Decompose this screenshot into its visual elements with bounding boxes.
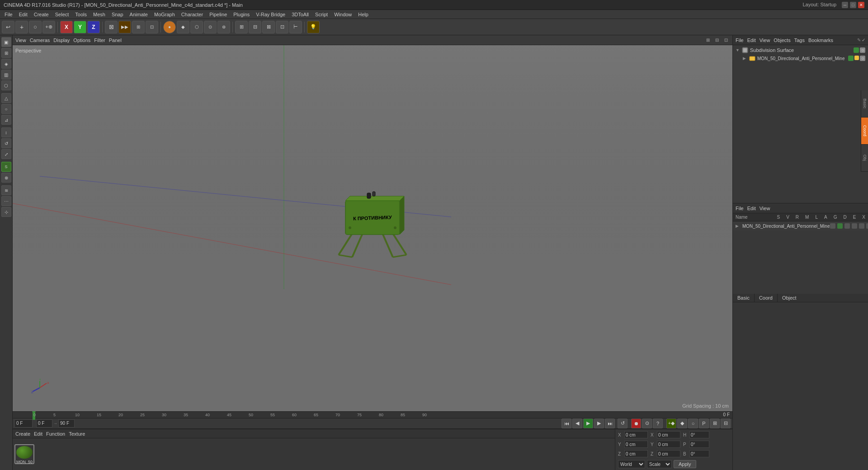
left-tool-11[interactable]: ⤢ bbox=[1, 149, 11, 159]
right-tab-object[interactable]: Obj bbox=[861, 145, 868, 172]
menu-edit[interactable]: Edit bbox=[16, 11, 30, 18]
play-btn[interactable]: ▶ bbox=[583, 418, 593, 428]
coord-h-input[interactable] bbox=[689, 431, 709, 438]
mat-menu-texture[interactable]: Texture bbox=[69, 431, 85, 437]
render-to-btn[interactable]: ⊡ bbox=[146, 21, 158, 33]
left-tool-5[interactable]: ⬡ bbox=[1, 80, 11, 90]
vp-menu-options[interactable]: Options bbox=[73, 38, 90, 43]
vp-icon-3[interactable]: ⊡ bbox=[722, 37, 730, 44]
obj-row-subdivision[interactable]: ▼ Subdivision Surface ⊙ bbox=[734, 46, 867, 54]
menu-3dtoall[interactable]: 3DToAll bbox=[289, 11, 311, 18]
coord-z-input[interactable] bbox=[624, 450, 648, 457]
record-options-btn[interactable]: ⊙ bbox=[642, 418, 652, 428]
menu-animate[interactable]: Animate bbox=[127, 11, 151, 18]
om-menu-file[interactable]: File bbox=[736, 38, 744, 43]
mode5-btn[interactable]: ⊛ bbox=[217, 21, 230, 33]
z-axis-btn[interactable]: Z bbox=[87, 21, 100, 33]
left-tool-14[interactable]: ≋ bbox=[1, 185, 11, 195]
coord-sz-input[interactable] bbox=[657, 450, 680, 457]
vp-menu-display[interactable]: Display bbox=[53, 38, 70, 43]
coord-b-input[interactable] bbox=[689, 450, 709, 457]
menu-file[interactable]: File bbox=[2, 11, 15, 18]
mode4-btn[interactable]: ⊙ bbox=[204, 21, 217, 33]
snap4-btn[interactable]: ⊡ bbox=[276, 21, 288, 33]
om-icon-2[interactable]: ✓ bbox=[862, 38, 865, 42]
coord-sy-input[interactable] bbox=[657, 441, 680, 448]
attr-tab-coord[interactable]: Coord bbox=[755, 294, 778, 302]
vp-menu-view[interactable]: View bbox=[15, 38, 26, 43]
key-delete-btn[interactable]: ◆ bbox=[677, 418, 687, 428]
goto-end-btn[interactable]: ⏭ bbox=[605, 418, 615, 428]
attr-menu-view[interactable]: View bbox=[760, 206, 770, 211]
menu-pipeline[interactable]: Pipeline bbox=[207, 11, 230, 18]
key-add-btn[interactable]: +◆ bbox=[666, 418, 676, 428]
render-btn[interactable]: ▶▶ bbox=[118, 21, 131, 33]
attr-menu-edit[interactable]: Edit bbox=[747, 206, 756, 211]
attr-menu-file[interactable]: File bbox=[736, 206, 744, 211]
right-tab-basic[interactable]: Basic bbox=[861, 90, 868, 118]
left-tool-10[interactable]: ↺ bbox=[1, 138, 11, 148]
right-tab-active[interactable]: Coord bbox=[861, 118, 868, 145]
mat-menu-create[interactable]: Create bbox=[15, 431, 30, 437]
save-btn[interactable]: +⊕ bbox=[42, 21, 55, 33]
timeline-expand-btn[interactable]: ⊟ bbox=[721, 418, 731, 428]
left-tool-6[interactable]: △ bbox=[1, 93, 11, 103]
om-icon-1[interactable]: ✎ bbox=[857, 38, 861, 42]
snap3-btn[interactable]: ⊠ bbox=[262, 21, 275, 33]
attribute-row[interactable]: ▶ MON_50_Directional_Anti_Personnel_Mine bbox=[733, 221, 868, 230]
scale-select[interactable]: Scale Size bbox=[647, 460, 672, 468]
y-axis-btn[interactable]: Y bbox=[74, 21, 86, 33]
left-tool-13[interactable]: ⊗ bbox=[1, 173, 11, 183]
viewport-canvas[interactable]: Perspective bbox=[13, 45, 732, 411]
mat-menu-function[interactable]: Function bbox=[46, 431, 65, 437]
om-menu-objects[interactable]: Objects bbox=[774, 38, 790, 43]
mat-menu-edit[interactable]: Edit bbox=[34, 431, 42, 437]
attr-tab-basic[interactable]: Basic bbox=[733, 294, 755, 302]
undo-btn[interactable]: ↩ bbox=[2, 21, 14, 33]
lock-btn[interactable]: ⊠ bbox=[105, 21, 118, 33]
left-tool-15[interactable]: ⋯ bbox=[1, 196, 11, 206]
world-select[interactable]: World Object bbox=[618, 460, 645, 468]
menu-tools[interactable]: Tools bbox=[72, 11, 90, 18]
om-menu-view[interactable]: View bbox=[760, 38, 770, 43]
left-tool-7[interactable]: ○ bbox=[1, 104, 11, 114]
key-P-btn[interactable]: P bbox=[699, 418, 709, 428]
menu-character[interactable]: Character bbox=[179, 11, 206, 18]
key-grid-btn[interactable]: ⊞ bbox=[710, 418, 720, 428]
vp-menu-panel[interactable]: Panel bbox=[109, 38, 122, 43]
menu-create[interactable]: Create bbox=[31, 11, 52, 18]
coord-p-input[interactable] bbox=[689, 441, 709, 448]
vp-menu-filter[interactable]: Filter bbox=[94, 38, 105, 43]
close-button[interactable]: ✕ bbox=[858, 2, 864, 8]
material-swatch-0[interactable]: MON_50 bbox=[14, 444, 34, 464]
om-menu-edit[interactable]: Edit bbox=[747, 38, 756, 43]
apply-button[interactable]: Apply bbox=[674, 460, 696, 468]
left-tool-16[interactable]: ⊹ bbox=[1, 207, 11, 217]
x-axis-btn[interactable]: X bbox=[60, 21, 73, 33]
left-tool-1[interactable]: ▣ bbox=[1, 37, 11, 47]
loop-btn[interactable]: ↺ bbox=[618, 418, 627, 428]
coord-x-input[interactable] bbox=[624, 431, 648, 438]
left-tool-3[interactable]: ◈ bbox=[1, 59, 11, 69]
next-frame-btn[interactable]: ▶ bbox=[594, 418, 604, 428]
range-end-input[interactable] bbox=[58, 419, 75, 428]
menu-plugins[interactable]: Plugins bbox=[231, 11, 252, 18]
vp-icon-2[interactable]: ⊟ bbox=[713, 37, 721, 44]
minimize-button[interactable]: ─ bbox=[842, 2, 848, 8]
snap-btn[interactable]: ⊞ bbox=[235, 21, 248, 33]
help-btn[interactable]: ? bbox=[653, 418, 663, 428]
mode3-btn[interactable]: ⬡ bbox=[190, 21, 203, 33]
mode2-btn[interactable]: ◆ bbox=[177, 21, 189, 33]
vp-menu-cameras[interactable]: Cameras bbox=[30, 38, 50, 43]
goto-start-btn[interactable]: ⏮ bbox=[561, 418, 571, 428]
mode1-btn[interactable]: ● bbox=[163, 21, 176, 33]
new-btn[interactable]: + bbox=[15, 21, 28, 33]
menu-help[interactable]: Help bbox=[355, 11, 371, 18]
left-tool-2[interactable]: ⊞ bbox=[1, 48, 11, 58]
range-start-input[interactable] bbox=[36, 419, 52, 428]
light-btn[interactable]: 💡 bbox=[307, 21, 320, 33]
left-tool-9[interactable]: ↕ bbox=[1, 127, 11, 137]
vp-icon-1[interactable]: ⊞ bbox=[704, 37, 712, 44]
timeline-ruler[interactable]: 0 5 10 15 20 25 30 35 40 45 50 55 60 65 … bbox=[13, 412, 732, 418]
menu-vray[interactable]: V-Ray Bridge bbox=[253, 11, 288, 18]
